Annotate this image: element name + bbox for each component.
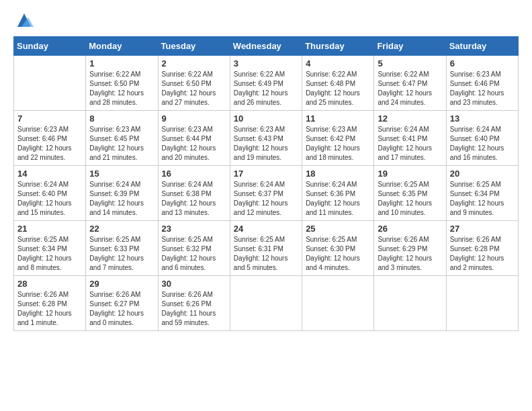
day-number: 24 (234, 224, 298, 234)
calendar-day-13: 13Sunrise: 6:24 AM Sunset: 6:40 PM Dayli… (446, 111, 518, 166)
calendar-day-4: 4Sunrise: 6:22 AM Sunset: 6:48 PM Daylig… (302, 56, 374, 111)
day-info: Sunrise: 6:23 AM Sunset: 6:46 PM Dayligh… (17, 125, 82, 163)
calendar-day-10: 10Sunrise: 6:23 AM Sunset: 6:43 PM Dayli… (230, 111, 302, 166)
day-info: Sunrise: 6:22 AM Sunset: 6:47 PM Dayligh… (378, 70, 442, 107)
day-number: 27 (450, 224, 515, 234)
day-info: Sunrise: 6:25 AM Sunset: 6:33 PM Dayligh… (89, 235, 154, 273)
calendar-week-row: 1Sunrise: 6:22 AM Sunset: 6:50 PM Daylig… (14, 56, 519, 111)
day-number: 21 (17, 224, 82, 234)
empty-cell (374, 276, 446, 331)
day-info: Sunrise: 6:24 AM Sunset: 6:38 PM Dayligh… (162, 180, 226, 218)
day-number: 30 (162, 279, 226, 289)
day-info: Sunrise: 6:22 AM Sunset: 6:50 PM Dayligh… (89, 70, 154, 107)
calendar-week-row: 14Sunrise: 6:24 AM Sunset: 6:40 PM Dayli… (14, 166, 519, 221)
day-info: Sunrise: 6:24 AM Sunset: 6:36 PM Dayligh… (306, 180, 370, 218)
calendar-day-19: 19Sunrise: 6:25 AM Sunset: 6:35 PM Dayli… (374, 166, 446, 221)
day-info: Sunrise: 6:24 AM Sunset: 6:41 PM Dayligh… (378, 125, 442, 163)
calendar-day-2: 2Sunrise: 6:22 AM Sunset: 6:50 PM Daylig… (158, 56, 230, 111)
day-number: 10 (234, 113, 298, 124)
calendar-day-29: 29Sunrise: 6:26 AM Sunset: 6:27 PM Dayli… (86, 276, 158, 331)
day-info: Sunrise: 6:23 AM Sunset: 6:43 PM Dayligh… (234, 125, 298, 163)
empty-cell (14, 56, 86, 111)
day-number: 29 (89, 279, 154, 289)
weekday-header-thursday: Thursday (302, 37, 374, 56)
day-info: Sunrise: 6:25 AM Sunset: 6:34 PM Dayligh… (450, 180, 515, 218)
day-number: 8 (89, 113, 154, 124)
day-number: 11 (306, 113, 370, 124)
day-info: Sunrise: 6:25 AM Sunset: 6:32 PM Dayligh… (162, 235, 226, 273)
calendar-day-14: 14Sunrise: 6:24 AM Sunset: 6:40 PM Dayli… (14, 166, 86, 221)
weekday-header-row: SundayMondayTuesdayWednesdayThursdayFrid… (14, 37, 519, 56)
day-number: 15 (89, 169, 154, 179)
day-number: 12 (378, 113, 442, 124)
day-info: Sunrise: 6:23 AM Sunset: 6:45 PM Dayligh… (89, 125, 154, 163)
calendar-day-16: 16Sunrise: 6:24 AM Sunset: 6:38 PM Dayli… (158, 166, 230, 221)
logo-icon (15, 11, 34, 30)
weekday-header-friday: Friday (374, 37, 446, 56)
weekday-header-saturday: Saturday (446, 37, 518, 56)
calendar-day-7: 7Sunrise: 6:23 AM Sunset: 6:46 PM Daylig… (14, 111, 86, 166)
day-number: 19 (378, 169, 442, 179)
day-info: Sunrise: 6:22 AM Sunset: 6:48 PM Dayligh… (306, 70, 370, 107)
calendar-day-23: 23Sunrise: 6:25 AM Sunset: 6:32 PM Dayli… (158, 221, 230, 276)
day-info: Sunrise: 6:25 AM Sunset: 6:34 PM Dayligh… (17, 235, 82, 273)
day-info: Sunrise: 6:23 AM Sunset: 6:44 PM Dayligh… (162, 125, 226, 163)
day-number: 14 (17, 169, 82, 179)
day-number: 6 (450, 58, 515, 68)
weekday-header-monday: Monday (86, 37, 158, 56)
day-number: 7 (17, 113, 82, 124)
day-number: 4 (306, 58, 370, 68)
day-info: Sunrise: 6:25 AM Sunset: 6:30 PM Dayligh… (306, 235, 370, 273)
day-number: 17 (234, 169, 298, 179)
empty-cell (302, 276, 374, 331)
day-info: Sunrise: 6:26 AM Sunset: 6:29 PM Dayligh… (378, 235, 442, 273)
weekday-header-sunday: Sunday (14, 37, 86, 56)
day-number: 23 (162, 224, 226, 234)
header (13, 11, 519, 30)
calendar-day-8: 8Sunrise: 6:23 AM Sunset: 6:45 PM Daylig… (86, 111, 158, 166)
calendar-day-1: 1Sunrise: 6:22 AM Sunset: 6:50 PM Daylig… (86, 56, 158, 111)
day-info: Sunrise: 6:24 AM Sunset: 6:40 PM Dayligh… (17, 180, 82, 218)
day-info: Sunrise: 6:24 AM Sunset: 6:40 PM Dayligh… (450, 125, 515, 163)
weekday-header-tuesday: Tuesday (158, 37, 230, 56)
calendar-day-12: 12Sunrise: 6:24 AM Sunset: 6:41 PM Dayli… (374, 111, 446, 166)
calendar-day-24: 24Sunrise: 6:25 AM Sunset: 6:31 PM Dayli… (230, 221, 302, 276)
calendar-day-20: 20Sunrise: 6:25 AM Sunset: 6:34 PM Dayli… (446, 166, 518, 221)
calendar-day-11: 11Sunrise: 6:23 AM Sunset: 6:42 PM Dayli… (302, 111, 374, 166)
day-number: 13 (450, 113, 515, 124)
day-info: Sunrise: 6:22 AM Sunset: 6:50 PM Dayligh… (162, 70, 226, 107)
calendar-day-21: 21Sunrise: 6:25 AM Sunset: 6:34 PM Dayli… (14, 221, 86, 276)
weekday-header-wednesday: Wednesday (230, 37, 302, 56)
empty-cell (230, 276, 302, 331)
day-number: 20 (450, 169, 515, 179)
calendar-week-row: 21Sunrise: 6:25 AM Sunset: 6:34 PM Dayli… (14, 221, 519, 276)
day-info: Sunrise: 6:22 AM Sunset: 6:49 PM Dayligh… (234, 70, 298, 107)
calendar-day-5: 5Sunrise: 6:22 AM Sunset: 6:47 PM Daylig… (374, 56, 446, 111)
day-info: Sunrise: 6:26 AM Sunset: 6:27 PM Dayligh… (89, 290, 154, 328)
day-info: Sunrise: 6:23 AM Sunset: 6:46 PM Dayligh… (450, 70, 515, 107)
day-number: 1 (89, 58, 154, 68)
empty-cell (446, 276, 518, 331)
calendar-day-30: 30Sunrise: 6:26 AM Sunset: 6:26 PM Dayli… (158, 276, 230, 331)
calendar-day-15: 15Sunrise: 6:24 AM Sunset: 6:39 PM Dayli… (86, 166, 158, 221)
day-number: 26 (378, 224, 442, 234)
day-number: 18 (306, 169, 370, 179)
day-number: 2 (162, 58, 226, 68)
day-number: 28 (17, 279, 82, 289)
calendar-day-3: 3Sunrise: 6:22 AM Sunset: 6:49 PM Daylig… (230, 56, 302, 111)
day-info: Sunrise: 6:26 AM Sunset: 6:28 PM Dayligh… (17, 290, 82, 328)
day-number: 3 (234, 58, 298, 68)
day-number: 16 (162, 169, 226, 179)
logo (13, 11, 34, 30)
calendar-day-25: 25Sunrise: 6:25 AM Sunset: 6:30 PM Dayli… (302, 221, 374, 276)
calendar-day-26: 26Sunrise: 6:26 AM Sunset: 6:29 PM Dayli… (374, 221, 446, 276)
day-info: Sunrise: 6:24 AM Sunset: 6:39 PM Dayligh… (89, 180, 154, 218)
day-info: Sunrise: 6:26 AM Sunset: 6:28 PM Dayligh… (450, 235, 515, 273)
day-number: 22 (89, 224, 154, 234)
calendar-day-6: 6Sunrise: 6:23 AM Sunset: 6:46 PM Daylig… (446, 56, 518, 111)
day-info: Sunrise: 6:25 AM Sunset: 6:35 PM Dayligh… (378, 180, 442, 218)
day-info: Sunrise: 6:23 AM Sunset: 6:42 PM Dayligh… (306, 125, 370, 163)
calendar-day-17: 17Sunrise: 6:24 AM Sunset: 6:37 PM Dayli… (230, 166, 302, 221)
calendar-week-row: 28Sunrise: 6:26 AM Sunset: 6:28 PM Dayli… (14, 276, 519, 331)
page: SundayMondayTuesdayWednesdayThursdayFrid… (0, 0, 532, 411)
